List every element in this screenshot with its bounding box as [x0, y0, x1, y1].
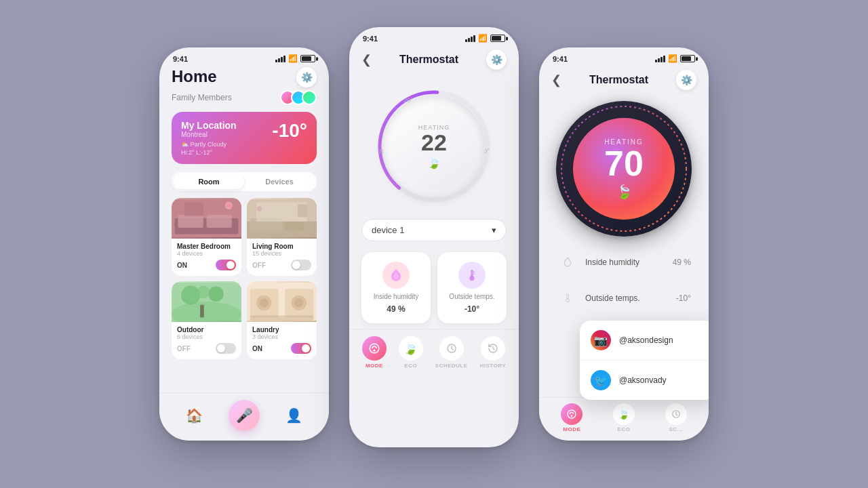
large-thermostat-dial[interactable]: HEATING 70 🍃: [556, 101, 692, 237]
current-temp: -10°: [272, 120, 307, 142]
center-header: ❮ Thermostat ⚙️: [349, 47, 519, 75]
instagram-handle: @aksondesign: [619, 336, 673, 345]
family-row: Family Members: [172, 90, 317, 105]
svg-point-43: [568, 410, 576, 418]
avatar: [302, 90, 317, 105]
living-toggle[interactable]: [291, 260, 311, 270]
right-mode-tab-label: MODE: [563, 426, 580, 432]
dial-inner: HEATING 22 🍃: [383, 96, 485, 197]
living-footer: OFF: [247, 257, 317, 270]
center-settings-button[interactable]: ⚙️: [486, 49, 507, 70]
history-tab[interactable]: HISTORY: [479, 336, 506, 369]
right-back-button[interactable]: ❮: [551, 73, 561, 87]
room-tab[interactable]: Room: [174, 174, 244, 189]
schedule-tab[interactable]: SCHEDULE: [435, 336, 468, 369]
outdoor-toggle[interactable]: [216, 343, 236, 354]
mic-nav-button[interactable]: 🎤: [229, 400, 260, 431]
twitter-handle: @aksonvady: [619, 375, 667, 385]
right-phone: 9:41 📶 ❮ Thermostat ⚙️: [539, 47, 709, 441]
right-eco-tab[interactable]: 🍃 ECO: [613, 403, 635, 432]
back-button[interactable]: ❮: [361, 52, 372, 67]
home-title: Home: [172, 67, 217, 86]
device-selector[interactable]: device 1 ▾: [361, 219, 507, 241]
left-header: Home ⚙️: [172, 67, 317, 87]
home-nav-button[interactable]: 🏠: [186, 407, 203, 424]
svg-point-26: [294, 298, 303, 307]
room-devices-tabs: Room Devices: [172, 172, 317, 191]
svg-rect-27: [250, 316, 314, 321]
svg-point-34: [469, 276, 474, 281]
large-dial-temp: 70: [604, 146, 644, 181]
bedroom-toggle[interactable]: [216, 260, 236, 270]
schedule-tab-label: SCHEDULE: [435, 363, 468, 369]
svg-point-37: [370, 344, 379, 353]
center-phone: 9:41 📶 ❮ Thermostat ⚙️: [349, 27, 519, 447]
bedroom-info: Master Bedroom 4 devices: [172, 239, 241, 257]
laundry-info: Laundry 3 devices: [247, 322, 317, 340]
mode-tab[interactable]: MODE: [362, 336, 387, 369]
room-card-living[interactable]: Living Room 15 devices OFF: [247, 198, 317, 276]
bedroom-footer: ON: [172, 257, 241, 270]
stats-row: Inside humidity 49 % Outside temps. -10°: [349, 247, 519, 329]
svg-point-12: [257, 206, 262, 211]
humidity-stat-card: Inside humidity 49 %: [361, 252, 431, 323]
right-humidity-row: Inside humidity 49 %: [554, 245, 694, 281]
right-temp-icon: [557, 287, 578, 309]
right-eco-tab-label: ECO: [618, 426, 631, 432]
living-status: OFF: [252, 262, 266, 269]
laundry-toggle[interactable]: [291, 343, 311, 354]
svg-rect-19: [200, 305, 204, 318]
wifi-icon: 📶: [288, 54, 298, 63]
center-title: Thermostat: [399, 54, 458, 66]
signal-icon: [465, 35, 475, 42]
instagram-item[interactable]: 📷 @aksondesign: [580, 321, 709, 360]
outside-temp-label: Outside temps.: [449, 293, 494, 300]
large-dial-container: HEATING 70 🍃: [539, 96, 709, 245]
humidity-label: Inside humidity: [374, 293, 419, 300]
mode-tab-label: MODE: [366, 363, 383, 369]
temp-icon: [458, 262, 486, 289]
bedroom-status: ON: [177, 262, 187, 269]
twitter-item[interactable]: 🐦 @aksonvady: [580, 360, 709, 400]
right-settings-button[interactable]: ⚙️: [676, 70, 696, 90]
room-card-laundry[interactable]: Laundry 3 devices ON: [247, 281, 317, 359]
center-status-bar: 9:41 📶: [349, 27, 519, 47]
large-eco-icon: 🍃: [616, 184, 633, 200]
svg-rect-13: [298, 204, 307, 217]
thermostat-dial[interactable]: /* ticks generated below */ 20° 10°: [370, 82, 498, 211]
eco-tab-icon: 🍃: [399, 336, 423, 361]
location-card[interactable]: My Location Montreal ⛅ Partly Cloudy Hi:…: [172, 112, 317, 164]
right-title: Thermostat: [589, 74, 648, 86]
family-avatars: [280, 90, 317, 105]
svg-rect-2: [178, 215, 203, 228]
profile-nav-button[interactable]: 👤: [285, 407, 302, 424]
svg-point-42: [566, 299, 570, 302]
mode-tab-icon: [362, 336, 387, 361]
bedroom-devices: 4 devices: [177, 250, 236, 257]
family-label: Family Members: [172, 93, 232, 102]
room-card-bedroom[interactable]: Master Bedroom 4 devices ON: [172, 198, 241, 276]
right-humidity-label: Inside humidity: [585, 258, 639, 267]
eco-tab[interactable]: 🍃 ECO: [399, 336, 423, 369]
bottom-navigation: 🏠 🎤 👤: [159, 392, 329, 441]
right-status-bar: 9:41 📶: [539, 47, 709, 67]
right-mode-tab[interactable]: MODE: [561, 403, 583, 432]
settings-button[interactable]: ⚙️: [296, 67, 317, 87]
outdoor-status: OFF: [177, 345, 191, 352]
devices-tab[interactable]: Devices: [244, 174, 315, 189]
svg-rect-41: [567, 294, 569, 299]
room-card-outdoor[interactable]: Outdoor 6 devices OFF: [172, 281, 241, 359]
right-humidity-value: 49 %: [673, 258, 691, 267]
center-bottom-tabs: MODE 🍃 ECO SCHEDULE: [349, 329, 519, 378]
left-phone: 9:41 📶 Home ⚙️ Family Members: [159, 47, 329, 441]
right-schedule-tab[interactable]: SC...: [665, 403, 687, 432]
laundry-status: ON: [252, 345, 262, 352]
left-content: Home ⚙️ Family Members My Location Montr…: [159, 67, 329, 359]
outdoor-name: Outdoor: [177, 326, 236, 333]
battery-icon: [300, 55, 315, 62]
history-tab-label: HISTORY: [479, 363, 506, 369]
social-popup: 📷 @aksondesign 🐦 @aksonvady: [580, 321, 709, 400]
wifi-icon: 📶: [478, 34, 488, 43]
svg-rect-4: [184, 203, 203, 217]
right-humidity-left: Inside humidity: [557, 251, 639, 273]
